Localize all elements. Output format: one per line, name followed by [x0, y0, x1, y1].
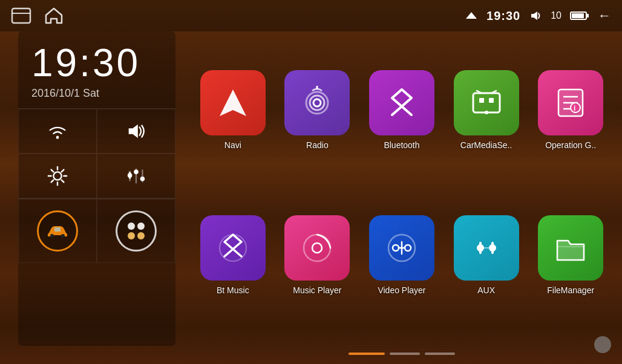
apps-button[interactable] — [97, 199, 175, 263]
svg-rect-50 — [491, 242, 494, 254]
svg-line-15 — [51, 180, 54, 183]
left-panel: 19:30 2016/10/1 Sat — [18, 31, 175, 346]
svg-line-14 — [62, 170, 64, 172]
home-icon[interactable] — [44, 7, 64, 24]
app-icon-navi — [200, 70, 266, 135]
app-videoplayer[interactable]: Video Player — [369, 215, 434, 295]
app-label-filemanager: FileManager — [547, 285, 594, 295]
battery-icon — [570, 10, 589, 21]
app-icon-musicplayer — [284, 215, 350, 281]
svg-rect-25 — [54, 227, 61, 232]
big-clock: 19:30 — [31, 44, 162, 82]
bottom-controls — [18, 199, 175, 263]
brightness-toggle[interactable] — [18, 154, 97, 198]
svg-point-43 — [312, 243, 322, 253]
volume-level: 10 — [551, 10, 561, 21]
svg-point-46 — [405, 245, 411, 251]
app-icon-aux — [454, 215, 519, 281]
svg-rect-4 — [586, 14, 589, 18]
svg-point-34 — [485, 111, 488, 114]
app-icon-radio — [284, 70, 350, 135]
page-dots — [188, 353, 616, 355]
app-filemanager[interactable]: FileManager — [538, 215, 603, 295]
app-bluetooth[interactable]: Bluetooth — [369, 70, 434, 150]
app-btmusic[interactable]: Bt Music — [200, 215, 266, 295]
svg-point-20 — [134, 170, 139, 175]
svg-rect-31 — [473, 93, 500, 112]
app-label-bluetooth: Bluetooth — [384, 140, 419, 150]
page-dot-3[interactable] — [425, 353, 455, 355]
svg-point-18 — [128, 173, 133, 178]
app-icon-bluetooth — [369, 70, 434, 135]
status-left — [11, 7, 64, 24]
controls-grid — [18, 109, 175, 199]
svg-point-24 — [61, 234, 65, 238]
status-bar: 19:30 10 ← — [0, 0, 622, 31]
svg-rect-33 — [489, 98, 494, 103]
volume-icon — [529, 10, 542, 21]
app-icon-filemanager — [538, 215, 603, 281]
status-right: 19:30 10 ← — [465, 8, 611, 24]
svg-rect-49 — [479, 242, 482, 254]
app-label-videoplayer: Video Player — [378, 285, 425, 295]
svg-point-29 — [313, 99, 321, 106]
volume-toggle[interactable] — [97, 109, 175, 154]
svg-rect-5 — [572, 13, 584, 18]
svg-point-7 — [53, 172, 61, 180]
app-icon-operation: i — [538, 70, 603, 135]
equalizer-toggle[interactable] — [97, 154, 175, 198]
page-dot-1[interactable] — [349, 353, 385, 355]
wifi-toggle[interactable] — [18, 109, 97, 154]
svg-point-23 — [50, 234, 54, 238]
date-display: 2016/10/1 Sat — [31, 87, 162, 100]
app-operation[interactable]: i Operation G.. — [538, 70, 603, 150]
svg-point-6 — [56, 136, 59, 139]
clock-section: 19:30 2016/10/1 Sat — [18, 31, 175, 109]
svg-marker-2 — [466, 12, 477, 19]
svg-rect-0 — [12, 8, 30, 23]
app-musicplayer[interactable]: Music Player — [284, 215, 350, 295]
car-button[interactable] — [18, 199, 97, 263]
app-icon-carmedia — [454, 70, 519, 135]
menu-icon[interactable] — [11, 7, 31, 24]
app-label-operation: Operation G.. — [545, 140, 596, 150]
app-label-carmedia: CarMediaSe.. — [460, 140, 512, 150]
back-button[interactable]: ← — [598, 8, 611, 24]
svg-point-42 — [304, 235, 330, 261]
app-grid: Navi Radio Bluetooth CarMediaSe.. i Oper… — [188, 31, 616, 334]
app-label-navi: Navi — [224, 140, 241, 150]
app-label-btmusic: Bt Music — [217, 285, 249, 295]
scroll-indicator — [594, 336, 611, 353]
app-radio[interactable]: Radio — [284, 70, 350, 150]
svg-point-28 — [310, 96, 324, 110]
svg-point-45 — [393, 245, 399, 251]
svg-point-22 — [140, 177, 145, 181]
svg-line-12 — [51, 170, 54, 172]
svg-marker-26 — [220, 89, 246, 116]
svg-text:i: i — [574, 104, 575, 112]
app-carmedia[interactable]: CarMediaSe.. — [454, 70, 519, 150]
time-status: 19:30 — [486, 9, 520, 23]
page-dot-2[interactable] — [390, 353, 420, 355]
app-icon-btmusic — [200, 215, 266, 281]
app-label-radio: Radio — [306, 140, 329, 150]
app-navi[interactable]: Navi — [200, 70, 266, 150]
svg-rect-32 — [479, 98, 484, 103]
app-label-musicplayer: Music Player — [293, 285, 341, 295]
app-icon-videoplayer — [369, 215, 434, 281]
signal-icon — [465, 10, 478, 21]
svg-line-13 — [62, 180, 64, 183]
app-aux[interactable]: AUX — [454, 215, 519, 295]
app-label-aux: AUX — [477, 285, 495, 295]
